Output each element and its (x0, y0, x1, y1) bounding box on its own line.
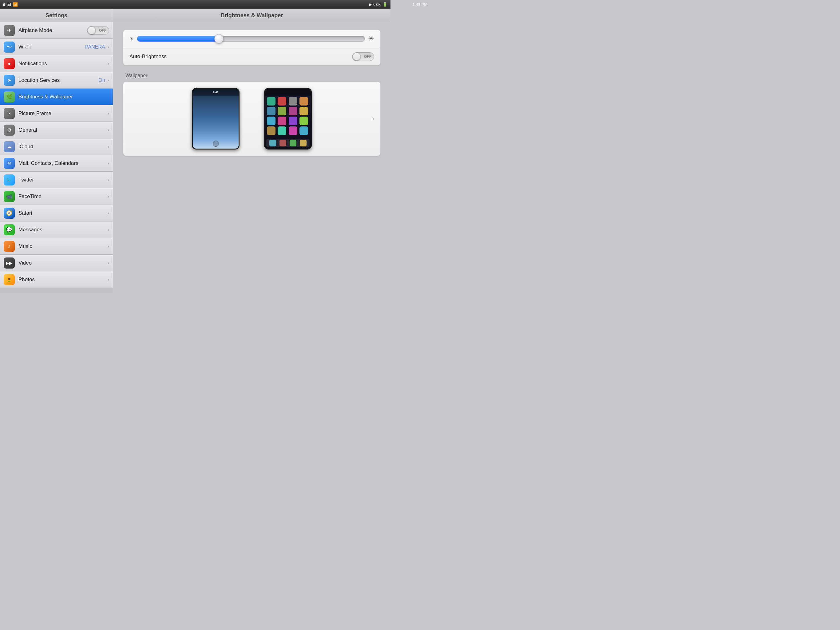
dock-icon-1 (269, 140, 276, 146)
app-icon-15 (289, 127, 297, 135)
notifications-icon: ● (4, 58, 15, 69)
sidebar-item-wifi[interactable]: 〜 Wi-Fi PANERA › (0, 39, 113, 55)
mail-icon: ✉ (4, 158, 15, 169)
mail-label: Mail, Contacts, Calendars (19, 160, 107, 166)
twitter-icon: 🐦 (4, 174, 15, 185)
mail-chevron-icon: › (107, 161, 109, 166)
main-container: Settings ✈ Airplane Mode OFF 〜 Wi-Fi PAN… (0, 9, 390, 293)
sidebar-item-music[interactable]: ♪ Music › (0, 238, 113, 255)
brightness-slider-track[interactable] (137, 36, 365, 42)
general-chevron-icon: › (107, 127, 109, 133)
twitter-chevron-icon: › (107, 177, 109, 183)
messages-icon: 💬 (4, 224, 15, 235)
sidebar-item-messages[interactable]: 💬 Messages › (0, 222, 113, 238)
lockscreen-preview[interactable]: 9:41 (192, 88, 240, 149)
facetime-icon: 📹 (4, 191, 15, 202)
safari-icon: 🧭 (4, 207, 15, 219)
content-area: Brightness & Wallpaper ☀ ☀ Auto-Brightne… (113, 9, 390, 293)
lockscreen-home-button (213, 141, 219, 147)
photos-label: Photos (19, 277, 107, 283)
toggle-thumb (88, 27, 96, 35)
sidebar-item-picture-frame[interactable]: ⊡ Picture Frame › (0, 105, 113, 122)
auto-brightness-toggle-label: OFF (364, 54, 371, 59)
icloud-chevron-icon: › (107, 144, 109, 149)
homescreen-preview[interactable] (264, 88, 312, 149)
wallpaper-card[interactable]: 9:41 (123, 82, 381, 156)
wifi-icon: 📶 (13, 2, 18, 7)
sidebar-item-notifications[interactable]: ● Notifications › (0, 55, 113, 72)
toggle-label: OFF (99, 28, 106, 33)
sidebar-item-icloud[interactable]: ☁ iCloud › (0, 138, 113, 155)
brightness-slider-row: ☀ ☀ (123, 30, 381, 48)
lockscreen-top-bar: 9:41 (193, 89, 238, 96)
video-label: Video (19, 260, 107, 266)
wallpaper-section-label: Wallpaper (123, 73, 381, 82)
icloud-icon: ☁ (4, 141, 15, 152)
battery-icon: 🔋 (382, 2, 387, 7)
brightness-max-icon: ☀ (368, 35, 374, 43)
video-icon: ▶▶ (4, 258, 15, 269)
location-services-label: Location Services (19, 77, 98, 83)
music-icon: ♪ (4, 241, 15, 252)
wifi-chevron-icon: › (107, 44, 109, 50)
homescreen-dock (266, 139, 309, 147)
app-icon-8 (300, 107, 308, 116)
app-icon-11 (289, 117, 297, 125)
brightness-slider-fill (137, 36, 219, 41)
app-icon-16 (300, 127, 308, 135)
safari-chevron-icon: › (107, 211, 109, 216)
sidebar-item-airplane-mode[interactable]: ✈ Airplane Mode OFF (0, 22, 113, 39)
sidebar-item-brightness[interactable]: 🌿 Brightness & Wallpaper (0, 89, 113, 105)
app-icon-10 (278, 117, 286, 125)
airplane-mode-icon: ✈ (4, 25, 15, 36)
status-right: ▶ 63% 🔋 (369, 2, 387, 7)
safari-label: Safari (19, 210, 107, 216)
wifi-label: Wi-Fi (19, 44, 85, 50)
battery-label: 63% (373, 2, 381, 7)
video-chevron-icon: › (107, 260, 109, 266)
ipad-label: iPad (3, 2, 11, 7)
sidebar-item-facetime[interactable]: 📹 FaceTime › (0, 188, 113, 205)
auto-brightness-row: Auto-Brightness OFF (123, 48, 381, 65)
messages-label: Messages (19, 227, 107, 233)
dock-icon-3 (290, 140, 297, 146)
app-icon-4 (300, 97, 308, 106)
content-title: Brightness & Wallpaper (113, 9, 390, 22)
status-left: iPad 📶 (3, 2, 18, 7)
lockscreen-time: 9:41 (213, 91, 218, 94)
music-label: Music (19, 243, 107, 250)
app-icon-1 (267, 97, 275, 106)
app-icon-6 (278, 107, 286, 116)
sidebar-item-safari[interactable]: 🧭 Safari › (0, 205, 113, 222)
messages-chevron-icon: › (107, 227, 109, 233)
brightness-slider-thumb[interactable] (214, 34, 224, 43)
content-body: ☀ ☀ Auto-Brightness OFF Wal (113, 22, 390, 163)
picture-frame-label: Picture Frame (19, 111, 107, 117)
auto-brightness-label: Auto-Brightness (129, 54, 352, 60)
sidebar-item-photos[interactable]: 🌻 Photos › (0, 271, 113, 288)
brightness-card: ☀ ☀ Auto-Brightness OFF (123, 30, 381, 65)
sidebar-item-location-services[interactable]: ➤ Location Services On › (0, 72, 113, 89)
notifications-label: Notifications (19, 60, 107, 67)
sidebar-title: Settings (0, 9, 113, 22)
brightness-min-icon: ☀ (129, 36, 134, 42)
status-bar: iPad 📶 1:48 PM ▶ 63% 🔋 (0, 0, 390, 9)
picture-frame-icon: ⊡ (4, 108, 15, 119)
dock-icon-2 (279, 140, 286, 146)
brightness-icon: 🌿 (4, 91, 15, 103)
location-chevron-icon: › (107, 78, 109, 83)
homescreen-wallpaper (265, 89, 311, 149)
app-icon-3 (289, 97, 297, 106)
sidebar-item-mail[interactable]: ✉ Mail, Contacts, Calendars › (0, 155, 113, 172)
auto-brightness-toggle[interactable]: OFF (352, 52, 374, 61)
lockscreen-wallpaper: 9:41 (193, 89, 238, 149)
photos-icon: 🌻 (4, 274, 15, 285)
sidebar-item-twitter[interactable]: 🐦 Twitter › (0, 172, 113, 188)
sidebar-item-video[interactable]: ▶▶ Video › (0, 255, 113, 271)
wifi-value: PANERA (85, 44, 105, 50)
airplane-mode-toggle[interactable]: OFF (87, 26, 109, 35)
general-label: General (19, 127, 107, 133)
sidebar-item-general[interactable]: ⚙ General › (0, 122, 113, 138)
location-icon: ▶ (369, 2, 372, 7)
location-value: On (98, 78, 105, 83)
